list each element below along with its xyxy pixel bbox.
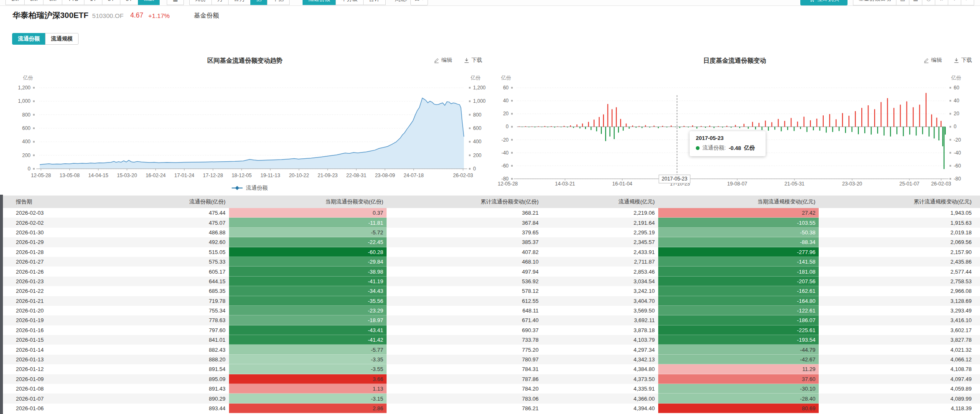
table-cell: 784.20 <box>387 384 542 394</box>
table-row[interactable]: 2026-01-28515.05-60.28407.822,433.91-277… <box>0 247 980 257</box>
column-header-5: 当期流通规模变动(亿元) <box>658 198 819 206</box>
period-label: 周期: <box>395 0 407 3</box>
buy-now-button[interactable]: 立即购买 <box>800 0 848 5</box>
svg-text:26-02-03: 26-02-03 <box>453 173 473 178</box>
clock-icon[interactable]: ◷ <box>922 0 935 5</box>
interval-share-area-chart[interactable]: 002002004004006006008008001,0001,0001,20… <box>0 66 490 196</box>
table-cell: 841.01 <box>130 335 229 345</box>
table-row[interactable]: 2026-01-20755.34-23.29648.113,569.50-122… <box>0 306 980 315</box>
edit-button[interactable]: 编辑 <box>924 56 942 64</box>
ratio-icon[interactable]: ⇵ <box>935 0 948 5</box>
table-cell: 2026-01-28 <box>0 247 130 257</box>
table-row[interactable]: 2026-01-09895.093.66787.864,373.5037.604… <box>0 374 980 384</box>
table-cell: 3.66 <box>229 374 387 384</box>
tab-流通规模[interactable]: 流通规模 <box>45 33 79 45</box>
svg-text:800: 800 <box>473 112 481 118</box>
table-row[interactable]: 2026-01-30486.88-5.72379.652,295.19-50.3… <box>0 228 980 237</box>
table-row[interactable]: 2026-02-02475.07-11.81367.842,191.64-103… <box>0 218 980 227</box>
table-row[interactable]: 2026-01-23644.15-41.19536.923,034.54-207… <box>0 277 980 286</box>
svg-text:0: 0 <box>954 124 957 130</box>
table-row[interactable]: 2026-01-08891.431.13784.204,335.91-30.10… <box>0 384 980 394</box>
unit-button-元份[interactable]: 元份 <box>189 0 212 5</box>
column-header-4: 流通规模(亿元) <box>542 198 658 206</box>
table-row[interactable]: 2026-01-07890.29-3.15783.064,366.00-28.4… <box>0 394 980 403</box>
table-cell: 648.11 <box>387 306 542 315</box>
svg-text:17-01-24: 17-01-24 <box>174 173 194 178</box>
page-title: 基金份额 <box>194 12 219 20</box>
table-cell: 890.29 <box>130 394 229 403</box>
table-row[interactable]: 2026-01-15841.01-41.42733.784,103.79-193… <box>0 335 980 345</box>
daily-share-change-bar-chart[interactable]: 60604040202000-20-20-40-40-60-60-80-80亿份… <box>490 66 980 196</box>
range-button-5Y[interactable]: 5Y <box>120 0 138 5</box>
table-cell: 497.94 <box>387 267 542 276</box>
table-row[interactable]: 2026-02-03475.440.37368.212,219.0627.421… <box>0 208 980 218</box>
table-cell: 367.84 <box>387 218 542 227</box>
table-cell: 37.60 <box>658 374 819 384</box>
range-button-1Y[interactable]: 1Y <box>84 0 102 5</box>
tab-流通份额[interactable]: 流通份额 <box>12 33 46 45</box>
table-row[interactable]: 2026-01-29492.60-22.45385.372,345.57-88.… <box>0 237 980 247</box>
svg-text:400: 400 <box>22 139 31 145</box>
table-row[interactable]: 2026-01-19778.63-18.97671.403,692.11-186… <box>0 315 980 325</box>
unit-button-百万[interactable]: 百万 <box>228 0 251 5</box>
table-row[interactable]: 2026-01-22685.35-34.43578.123,242.10-162… <box>0 286 980 296</box>
unit-button-group: 元份万百万亿十亿 <box>190 0 290 5</box>
table-row[interactable]: 2026-01-12891.54-3.55784.314,384.8011.29… <box>0 364 980 374</box>
table-cell: -22.45 <box>229 237 387 247</box>
range-button-YTD[interactable]: YTD <box>62 0 84 5</box>
table-row[interactable]: 2026-01-14882.43-5.77775.204,297.34-44.7… <box>0 345 980 354</box>
table-cell: 2026-01-23 <box>0 277 130 286</box>
table-row[interactable]: 2026-01-16797.60-43.41690.373,878.18-225… <box>0 325 980 335</box>
table-row[interactable]: 2026-01-21719.78-35.56612.553,404.70-164… <box>0 296 980 306</box>
table-icon[interactable]: ▦ <box>909 0 922 5</box>
pencil-icon <box>434 58 439 63</box>
fund-change-pct: +1.17% <box>148 12 170 19</box>
table-cell: 4,118.39 <box>819 404 980 413</box>
unit-button-亿[interactable]: 亿 <box>250 0 267 5</box>
svg-text:1,200: 1,200 <box>473 85 486 91</box>
range-button-3Y[interactable]: 3Y <box>102 0 120 5</box>
table-row[interactable]: 2026-01-13888.20-3.35780.974,342.13-42.6… <box>0 355 980 364</box>
chart-icon[interactable]: ▤ <box>896 0 909 5</box>
edit-button[interactable]: 编辑 <box>434 56 452 64</box>
svg-text:19-11-13: 19-11-13 <box>260 173 280 178</box>
table-cell: 2,711.87 <box>542 257 658 267</box>
range-button-3M[interactable]: 3M <box>24 0 43 5</box>
table-row[interactable]: 2026-01-26605.17-38.98497.942,853.46-181… <box>0 267 980 276</box>
table-cell: 486.88 <box>130 228 229 237</box>
tooltip-series-label: 流通份额: <box>703 144 726 152</box>
help-icon[interactable]: ? <box>948 0 961 5</box>
table-cell: 2026-01-20 <box>0 306 130 315</box>
table-row[interactable]: 2026-01-06893.442.86786.214,394.4080.694… <box>0 404 980 413</box>
table-cell: 4,097.49 <box>819 374 980 384</box>
table-cell: 0.37 <box>229 208 387 218</box>
download-button[interactable]: 下载 <box>464 56 482 64</box>
period-select[interactable]: 日 ▾ <box>410 0 428 5</box>
table-cell: 2026-01-06 <box>0 404 130 413</box>
range-button-Max[interactable]: Max <box>138 0 160 5</box>
svg-text:600: 600 <box>22 125 31 131</box>
unit-button-万[interactable]: 万 <box>211 0 229 5</box>
range-button-1M[interactable]: 1M <box>5 0 25 5</box>
table-cell: -34.43 <box>229 286 387 296</box>
fund-share-change-link[interactable]: 基金份额变动 <box>853 0 896 5</box>
tooltip-value: -0.48 <box>729 145 741 151</box>
table-cell: 4,066.12 <box>819 355 980 364</box>
flag-icon[interactable]: ⚑ <box>961 0 974 5</box>
unit-button-十亿[interactable]: 十亿 <box>267 0 290 5</box>
download-button[interactable]: 下载 <box>954 56 972 64</box>
column-header-1: 流通份额(亿份) <box>130 198 229 206</box>
table-cell: -5.77 <box>229 345 387 354</box>
interval-share-chart-panel: 区间基金流通份额变动趋势 编辑 下载 002002004004006006008… <box>0 47 490 196</box>
view-button-流通份额[interactable]: 流通份额 <box>303 0 336 5</box>
table-row[interactable]: 2026-01-27575.33-29.84468.102,711.87-141… <box>0 257 980 267</box>
svg-text:15-03-20: 15-03-20 <box>117 173 137 178</box>
calendar-icon[interactable]: ▦ <box>167 0 183 5</box>
svg-text:1,000: 1,000 <box>473 98 486 104</box>
table-cell: 2026-01-21 <box>0 296 130 306</box>
view-button-不分级[interactable]: 不分级 <box>336 0 364 5</box>
view-button-合计[interactable]: 合计 <box>363 0 386 5</box>
range-button-6M[interactable]: 6M <box>43 0 62 5</box>
table-cell: 2,345.57 <box>542 237 658 247</box>
svg-text:0: 0 <box>28 166 31 172</box>
